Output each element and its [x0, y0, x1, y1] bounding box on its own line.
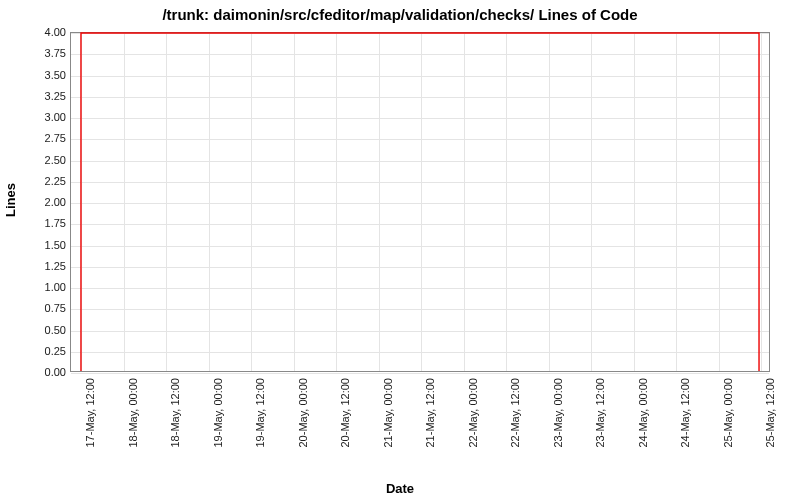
x-tick-label: 23-May, 00:00: [552, 378, 564, 488]
y-tick-label: 0.75: [6, 302, 66, 314]
x-tick-label: 25-May, 00:00: [722, 378, 734, 488]
x-tick-label: 21-May, 12:00: [424, 378, 436, 488]
x-tick-label: 22-May, 00:00: [467, 378, 479, 488]
x-tick-label: 19-May, 12:00: [254, 378, 266, 488]
x-tick-label: 21-May, 00:00: [382, 378, 394, 488]
y-tick-label: 1.00: [6, 281, 66, 293]
series-line: [81, 33, 759, 371]
x-tick-label: 20-May, 00:00: [297, 378, 309, 488]
y-tick-label: 2.75: [6, 132, 66, 144]
x-tick-label: 18-May, 00:00: [127, 378, 139, 488]
x-tick-label: 23-May, 12:00: [594, 378, 606, 488]
y-tick-label: 3.25: [6, 90, 66, 102]
y-tick-label: 0.50: [6, 324, 66, 336]
x-axis-label: Date: [0, 481, 800, 496]
y-tick-label: 3.75: [6, 47, 66, 59]
gridline-h: [71, 373, 769, 374]
y-tick-label: 2.00: [6, 196, 66, 208]
y-tick-label: 1.75: [6, 217, 66, 229]
y-tick-label: 3.50: [6, 69, 66, 81]
y-tick-label: 0.25: [6, 345, 66, 357]
x-tick-label: 17-May, 12:00: [84, 378, 96, 488]
y-tick-label: 4.00: [6, 26, 66, 38]
x-tick-label: 25-May, 12:00: [764, 378, 776, 488]
x-tick-label: 24-May, 12:00: [679, 378, 691, 488]
y-tick-label: 0.00: [6, 366, 66, 378]
x-tick-label: 24-May, 00:00: [637, 378, 649, 488]
plot-area: [70, 32, 770, 372]
y-tick-label: 3.00: [6, 111, 66, 123]
y-tick-label: 2.25: [6, 175, 66, 187]
chart-title: /trunk: daimonin/src/cfeditor/map/valida…: [0, 6, 800, 23]
x-tick-label: 22-May, 12:00: [509, 378, 521, 488]
x-tick-label: 19-May, 00:00: [212, 378, 224, 488]
x-tick-label: 20-May, 12:00: [339, 378, 351, 488]
y-tick-label: 2.50: [6, 154, 66, 166]
y-tick-label: 1.25: [6, 260, 66, 272]
y-tick-label: 1.50: [6, 239, 66, 251]
line-series: [71, 33, 769, 371]
x-tick-label: 18-May, 12:00: [169, 378, 181, 488]
